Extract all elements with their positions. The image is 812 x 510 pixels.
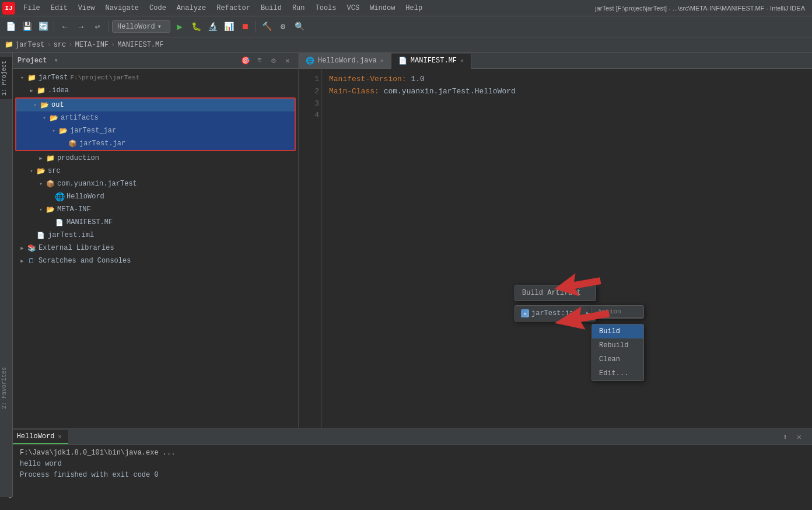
tab-manifest-label: MANIFEST.MF	[411, 57, 457, 65]
action-header: Action	[592, 306, 643, 318]
new-file-btn[interactable]: 📄	[4, 20, 18, 34]
save-btn[interactable]: 💾	[20, 20, 34, 34]
debug-btn[interactable]: 🐛	[189, 20, 203, 34]
settings-btn[interactable]: ⚙	[276, 20, 290, 34]
run-output: F:\Java\jdk1.8.0_101\bin\java.exe ... he…	[20, 448, 807, 508]
menu-edit[interactable]: Edit	[46, 3, 72, 13]
coverage-btn[interactable]: 🔬	[205, 20, 219, 34]
action-clean[interactable]: Clean	[592, 352, 643, 366]
close-bottom-panel-btn[interactable]: ✕	[793, 431, 805, 443]
code-line2-val: com.yuanxin.jarTest.HelloWord	[384, 87, 516, 96]
tree-out[interactable]: ▾ 📂 out	[16, 99, 295, 111]
back-btn[interactable]: ←	[58, 20, 72, 34]
run-config-dropdown[interactable]: HelloWord ▾	[112, 20, 170, 33]
build-btn[interactable]: 🔨	[260, 20, 274, 34]
artifact-submenu: ✦ jarTest:jar ▶	[514, 305, 596, 322]
menu-view[interactable]: View	[74, 3, 100, 13]
tree-arrow-ext-libs: ▶	[18, 243, 27, 253]
folder-icon-jartest-jar: 📂	[58, 126, 68, 135]
breadcrumb-src[interactable]: src	[54, 41, 66, 49]
tree-label-iml: jarTest.iml	[48, 231, 94, 239]
tree-root-jartest[interactable]: ▾ 📁 jarTest F:\project\jarTest	[13, 71, 298, 84]
menu-analyze[interactable]: Analyze	[172, 3, 211, 13]
breadcrumb-manifest[interactable]: MANIFEST.MF	[117, 41, 163, 49]
tree-iml[interactable]: ▶ 📄 jarTest.iml	[13, 229, 298, 242]
stop-btn[interactable]: ⏹	[238, 20, 252, 34]
tree-manifest[interactable]: ▶ 📄 MANIFEST.MF	[13, 216, 298, 229]
menu-vcs[interactable]: VCS	[342, 3, 365, 13]
action-rebuild[interactable]: Rebuild	[592, 338, 643, 352]
breadcrumb-jartest[interactable]: 📁 jarTest	[5, 40, 44, 49]
recent-btn[interactable]: ↩	[90, 20, 104, 34]
menu-tools[interactable]: Tools	[311, 3, 341, 13]
tree-jartest-jar-file[interactable]: ▶ 📦 jarTest.jar	[16, 137, 295, 150]
menu-build[interactable]: Build	[256, 3, 286, 13]
main-layout: Project ▾ 🎯 ≡ ⚙ ✕ ▾ 📁 jarTest F:\project…	[13, 53, 812, 428]
menu-file[interactable]: File	[19, 3, 45, 13]
tree-jartest-jar-folder[interactable]: ▾ 📂 jarTest_jar	[16, 124, 295, 137]
tab-helloword[interactable]: 🌐 HelloWord.java ✕	[299, 53, 391, 68]
search-everywhere-btn[interactable]: 🔍	[292, 20, 306, 34]
breadcrumb-sep-2: ›	[68, 41, 72, 49]
menu-window[interactable]: Window	[365, 3, 400, 13]
line-numbers: 1 2 3 4	[299, 69, 322, 428]
highlighted-section: ▾ 📂 out ▾ 📂 artifacts ▾ 📂 jarTest_jar	[15, 97, 296, 151]
tree-label-helloword: HelloWord	[66, 193, 104, 201]
tree-root-path: F:\project\jarTest	[70, 74, 139, 81]
tab-helloword-close[interactable]: ✕	[380, 57, 384, 64]
toolbar: 📄 💾 🔄 ← → ↩ HelloWord ▾ ▶ 🐛 🔬 📊 ⏹ 🔨 ⚙ 🔍	[0, 16, 812, 37]
locate-file-btn[interactable]: 🎯	[240, 55, 251, 67]
breadcrumb-metainf[interactable]: META-INF	[75, 41, 108, 49]
panel-header: Project ▾ 🎯 ≡ ⚙ ✕	[13, 53, 298, 69]
sidebar-tab-favorites[interactable]: 2: Favorites	[0, 364, 12, 413]
build-artifact-header: Build Artifact	[515, 285, 596, 301]
bottom-tabs: ▶ HelloWord ✕ ⬆ ✕	[0, 429, 812, 445]
artifact-jar-icon: ✦	[521, 309, 529, 317]
window-title: jarTest [F:\project\jarTest] - ...\src\M…	[595, 5, 805, 12]
folder-icon-root: 📁	[27, 73, 36, 82]
tree-arrow-jartest-jar-folder: ▾	[49, 126, 58, 135]
tree-helloword[interactable]: ▶ 🌐 HelloWord	[13, 190, 298, 203]
tree-metainf[interactable]: ▾ 📂 META-INF	[13, 203, 298, 216]
close-panel-btn[interactable]: ✕	[282, 55, 293, 67]
tree-ext-libs[interactable]: ▶ 📚 External Libraries	[13, 242, 298, 254]
manifest-icon: 📄	[55, 218, 64, 227]
menu-run[interactable]: Run	[288, 3, 310, 13]
code-line1-val: 1.0	[411, 75, 424, 83]
breadcrumb: 📁 jarTest › src › META-INF › MANIFEST.MF	[0, 37, 812, 53]
tab-manifest-icon: 📄	[398, 57, 407, 65]
tab-manifest[interactable]: 📄 MANIFEST.MF ✕	[391, 54, 471, 69]
sidebar-tab-project[interactable]: 1: Project	[0, 57, 12, 99]
breadcrumb-sep-1: ›	[47, 41, 51, 49]
tree-scratches[interactable]: ▶ 🗒 Scratches and Consoles	[13, 254, 298, 267]
tree-label-metainf: META-INF	[57, 205, 91, 214]
sync-btn[interactable]: 🔄	[36, 20, 50, 34]
settings-panel-btn[interactable]: ⚙	[268, 55, 279, 67]
tree-package[interactable]: ▾ 📦 com.yuanxin.jarTest	[13, 177, 298, 190]
artifact-jartest-jar[interactable]: ✦ jarTest:jar ▶	[515, 306, 596, 321]
tab-manifest-close[interactable]: ✕	[460, 57, 464, 64]
tree-idea[interactable]: ▶ 📁 .idea	[13, 84, 298, 97]
code-area[interactable]: Manifest-Version: 1.0 Main-Class: com.yu…	[322, 69, 812, 428]
run-btn[interactable]: ▶	[173, 20, 187, 34]
tree-arrow-root: ▾	[18, 73, 27, 82]
menu-help[interactable]: Help	[401, 3, 427, 13]
collapse-all-btn[interactable]: ≡	[254, 55, 265, 67]
menu-code[interactable]: Code	[145, 3, 171, 13]
tree-artifacts[interactable]: ▾ 📂 artifacts	[16, 111, 295, 124]
breadcrumb-sep-3: ›	[111, 41, 115, 49]
code-line2-key: Main-Class:	[329, 87, 384, 96]
menu-refactor[interactable]: Refactor	[212, 3, 255, 13]
forward-btn[interactable]: →	[74, 20, 88, 34]
tree-arrow-src: ▾	[27, 166, 36, 176]
menu-navigate[interactable]: Navigate	[100, 3, 144, 13]
profile-btn[interactable]: 📊	[222, 20, 236, 34]
tab-run-close[interactable]: ✕	[58, 433, 61, 440]
restore-window-btn[interactable]: ⬆	[779, 431, 791, 443]
tree-production[interactable]: ▶ 📁 production	[13, 152, 298, 165]
action-build[interactable]: Build	[592, 324, 643, 338]
tree-src[interactable]: ▾ 📂 src	[13, 165, 298, 177]
code-line-1: Manifest-Version: 1.0	[329, 74, 805, 86]
action-edit[interactable]: Edit...	[592, 366, 643, 380]
tab-helloword-label: HelloWord.java	[318, 57, 377, 65]
